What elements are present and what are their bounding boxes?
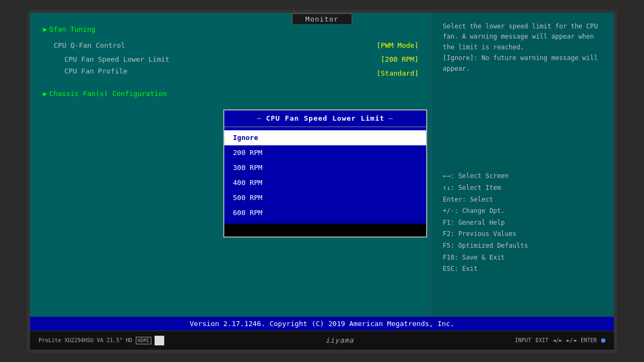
dropdown-popup: CPU Fan Speed Lower Limit Ignore 200 RPM… [223,109,427,238]
cpu-fan-speed-value: [200 RPM] [354,54,419,65]
monitor-model-info: ProLite XU2294HSU VA 21.5" HD HDMI [39,336,164,345]
bios-screen: ▶ Qfan Tuning CPU Q-Fan Control CPU Fan … [30,13,614,330]
navigation-help: ←→: Select Screen ↑↓: Select Item Enter:… [443,171,603,275]
nav-f2: F2: Previous Values [443,228,603,240]
help-description: Select the lower speed limit for the CPU… [443,23,598,72]
dropdown-option-300rpm[interactable]: 300 RPM [224,160,426,175]
sidebar-item-qfan-tuning[interactable]: ▶ Qfan Tuning [43,24,419,35]
bios-content: ▶ Qfan Tuning CPU Q-Fan Control CPU Fan … [30,13,614,316]
nav-right-icon: ►/◄ [567,337,576,343]
version-bar: Version 2.17.1246. Copyright (C) 2019 Am… [30,316,614,330]
settings-labels: CPU Q-Fan Control CPU Fan Speed Lower Li… [43,40,354,77]
brand-text: iiyama [325,336,354,344]
monitor-bottom-bar: ProLite XU2294HSU VA 21.5" HD HDMI iiyam… [30,330,614,350]
nav-f5: F5: Optimized Defaults [443,240,603,252]
monitor-tab-label: Monitor [291,13,353,24]
nav-arrows-item: ↑↓: Select Item [443,182,603,194]
arrow-icon-chassis: ▶ [43,88,47,100]
monitor-controls: INPUT EXIT ◄/► ►/◄ ENTER [515,337,605,343]
nav-select-screen: ←→: Select Screen ↑↓: Select Item Enter:… [443,171,603,275]
bios-right-panel: Select the lower speed limit for the CPU… [431,13,614,316]
chassis-fan-label[interactable]: Chassis Fan(s) Configuration [49,88,167,100]
monitor-brand-logo: iiyama [325,336,354,344]
qfan-tuning-label[interactable]: Qfan Tuning [49,24,96,35]
dropdown-black-bar [224,224,426,237]
nav-esc: ESC: Exit [443,263,603,275]
dropdown-option-ignore[interactable]: Ignore [224,130,426,145]
help-text-display: Select the lower speed limit for the CPU… [443,21,603,75]
dropdown-option-200rpm[interactable]: 200 RPM [224,145,426,160]
nav-f10: F10: Save & Exit [443,252,603,264]
dropdown-option-400rpm[interactable]: 400 RPM [224,175,426,190]
arrow-icon: ▶ [43,24,47,35]
cpu-fan-profile-label[interactable]: CPU Fan Profile [64,65,354,77]
dropdown-items-list: Ignore 200 RPM 300 RPM 400 RPM 500 RPM 6… [224,127,426,224]
dropdown-option-500rpm[interactable]: 500 RPM [224,190,426,205]
enter-label: ENTER [581,337,597,343]
dropdown-title: CPU Fan Speed Lower Limit [224,110,426,127]
nav-enter-select: Enter: Select [443,194,603,206]
exit-label: EXIT [536,337,548,343]
settings-values: [PWM Mode] [200 RPM] [Standard] [354,40,419,79]
input-label: INPUT [515,337,531,343]
nav-f1: F1: General Help [443,217,603,229]
cpu-fan-speed-lower-limit-label[interactable]: CPU Fan Speed Lower Limit [64,54,354,65]
monitor-hdmi-badge: HDMI [136,337,152,344]
nav-arrows-screen: ←→: Select Screen [443,171,603,182]
dropdown-box: CPU Fan Speed Lower Limit Ignore 200 RPM… [223,109,427,238]
cpu-qfan-control-value: [PWM Mode] [354,40,419,51]
nav-left-icon: ◄/► [553,337,562,343]
monitor-specs: VA 21.5" HD [97,337,132,343]
monitor-model-text: ProLite XU2294HSU [39,337,93,343]
nav-change-opt: +/-: Change Opt. [443,205,603,217]
monitor-qr [155,336,164,345]
monitor: Monitor ▶ Qfan Tuning CPU Q-Fan Control … [27,10,617,353]
sidebar-item-chassis-fan[interactable]: ▶ Chassis Fan(s) Configuration [43,88,419,100]
bios-left-panel: ▶ Qfan Tuning CPU Q-Fan Control CPU Fan … [30,13,431,316]
cpu-qfan-control-label[interactable]: CPU Q-Fan Control [54,40,354,51]
dropdown-option-600rpm[interactable]: 600 RPM [224,205,426,220]
power-indicator [601,338,605,343]
cpu-fan-profile-value: [Standard] [354,68,419,79]
cpu-fan-settings-row: CPU Q-Fan Control CPU Fan Speed Lower Li… [43,40,419,79]
